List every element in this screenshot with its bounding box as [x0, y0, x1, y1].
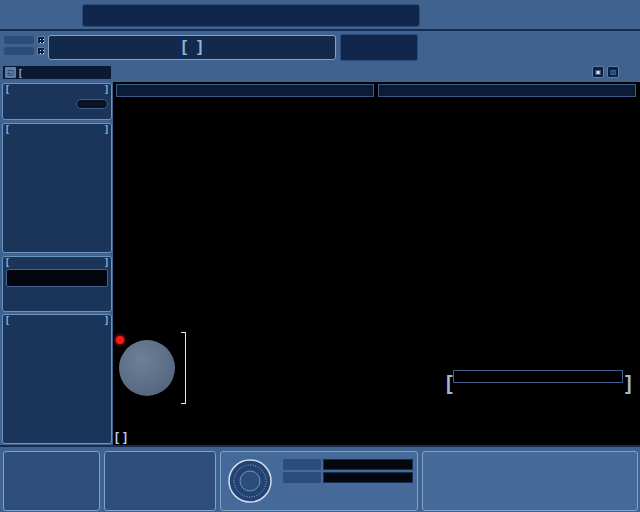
surveillance-lines-panel: [104, 451, 216, 511]
recording-capacity-panel: []: [2, 314, 112, 444]
agent-name-field[interactable]: [323, 459, 413, 470]
status-dot: [116, 336, 124, 344]
forensic-control-panel: []: [2, 83, 112, 120]
plot-top-strip: ▣ ◫: [113, 63, 640, 82]
main-menu-bar: [82, 4, 420, 27]
colorbar-gradient: [453, 370, 623, 383]
display-toggle[interactable]: [37, 36, 45, 44]
expand-icon[interactable]: ▣: [592, 66, 604, 78]
bracket-right: ]: [197, 38, 202, 56]
audio-surveillance-app: [ ] ◱ [ [] [] [] [] ▣ ◫: [0, 0, 640, 512]
func-grid-panel: [422, 451, 638, 511]
ruler-bottom: [116, 419, 636, 429]
panel-icon[interactable]: ◫: [607, 66, 619, 78]
display-mode-group: [4, 36, 45, 58]
title-panel: [ ]: [48, 35, 336, 60]
ruler-top: [116, 98, 636, 108]
status-list: [340, 34, 418, 61]
mode-label: [4, 47, 34, 55]
pin-access-label: [283, 472, 321, 483]
trackball[interactable]: [119, 340, 175, 396]
forensic-locks-toggle[interactable]: [76, 99, 108, 109]
audio-stats-panel: []: [2, 123, 112, 253]
field-terminal-panel: [220, 451, 418, 511]
feed-header: ◱ [: [2, 65, 112, 80]
colorbar-legend: [ ]: [446, 368, 630, 398]
timecode-display: [6, 269, 108, 287]
mode-toggle[interactable]: [37, 47, 45, 55]
bracket: [: [19, 68, 22, 78]
surlog-seal: [227, 458, 273, 504]
pin-access-field[interactable]: [323, 472, 413, 483]
document-icon[interactable]: ◱: [5, 67, 16, 78]
vu-meter-ch02: [378, 84, 636, 97]
display-label: [4, 36, 34, 44]
top-bar: [0, 0, 640, 31]
vu-meter-ch01: [116, 84, 374, 97]
bottom-bar: [0, 445, 640, 512]
layout-presets-panel: [3, 451, 100, 511]
bracket-left: [: [182, 38, 187, 56]
system-loads: [545, 33, 637, 61]
agent-name-label: [283, 459, 321, 470]
timecode-panel: []: [2, 256, 112, 312]
transport-bar: [ ]: [113, 429, 640, 444]
trackball-bracket: [181, 332, 186, 404]
